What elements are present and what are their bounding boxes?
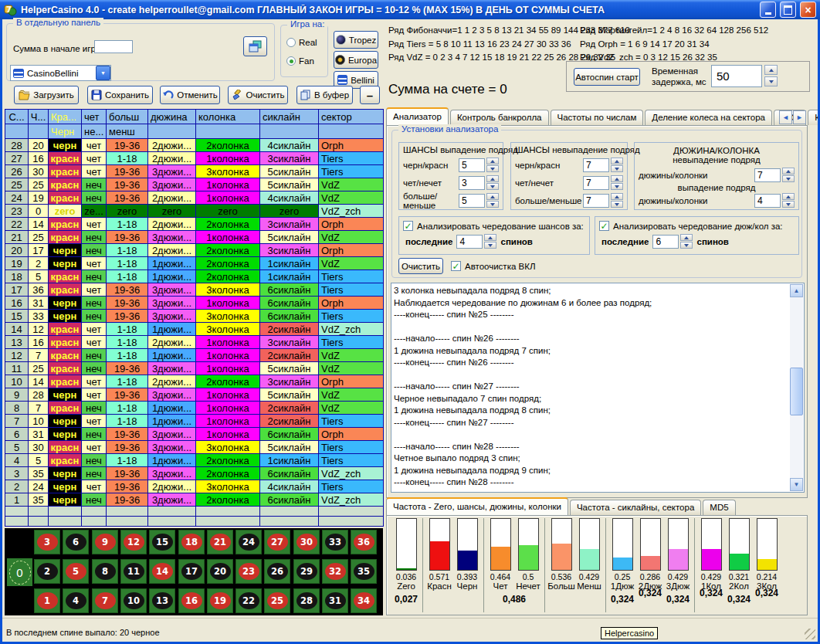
board-number-33[interactable]: 33	[322, 530, 348, 554]
start-sum-input[interactable]	[94, 40, 133, 53]
tab-analyzer-1[interactable]: Контроль банкролла	[450, 110, 549, 125]
board-number-16[interactable]: 16	[178, 588, 205, 613]
board-number-31[interactable]: 31	[322, 588, 348, 613]
board-number-13[interactable]: 13	[149, 588, 175, 613]
dozen-hit-value[interactable]: 4	[754, 194, 781, 208]
spin-up-button[interactable]	[611, 175, 623, 182]
board-number-3[interactable]: 3	[34, 530, 60, 554]
alternate-dozens-checkbox[interactable]: ✓	[599, 221, 609, 231]
tab-frequency-2[interactable]: MD5	[703, 500, 735, 515]
toolbar-button-2[interactable]: Отменить	[160, 86, 220, 104]
spin-down-button[interactable]	[611, 165, 623, 172]
board-number-0[interactable]: 0	[7, 558, 32, 586]
board-number-21[interactable]: 21	[207, 530, 233, 554]
board-number-9[interactable]: 9	[92, 530, 118, 554]
board-number-26[interactable]: 26	[264, 559, 290, 584]
spin-down-button[interactable]	[486, 165, 499, 172]
board-number-27[interactable]: 27	[264, 530, 290, 554]
log-scrollbar[interactable]: ▲ ▼	[790, 284, 803, 491]
spin-up-button[interactable]	[782, 193, 795, 200]
radio-fan[interactable]: Fan	[286, 56, 314, 66]
dozen-miss-value[interactable]: 7	[754, 168, 781, 182]
board-number-5[interactable]: 5	[63, 559, 89, 584]
spin-up-button[interactable]	[782, 168, 795, 175]
spin-up-button[interactable]	[486, 175, 499, 182]
scroll-down-button[interactable]: ▼	[790, 478, 803, 491]
chances-spins-value[interactable]: 4	[456, 235, 483, 249]
board-number-7[interactable]: 7	[92, 588, 118, 613]
board-number-2[interactable]: 2	[34, 559, 60, 584]
board-number-17[interactable]: 17	[178, 559, 205, 584]
board-number-25[interactable]: 25	[264, 588, 290, 613]
analysis-log[interactable]: 3 колонка невыпадала подряд 8 спин; Набл…	[391, 283, 805, 493]
board-number-36[interactable]: 36	[351, 530, 377, 554]
tab-frequency-1[interactable]: Частота - сиклайны, сектора	[570, 500, 701, 515]
toolbar-button-4[interactable]: В буфер	[296, 86, 353, 104]
spin-down-button[interactable]	[611, 201, 623, 208]
board-number-10[interactable]: 10	[120, 588, 147, 613]
board-number-12[interactable]: 12	[120, 530, 147, 554]
board-number-30[interactable]: 30	[293, 530, 320, 554]
toolbar-button-0[interactable]: Загрузить	[14, 86, 79, 104]
board-number-22[interactable]: 22	[235, 588, 262, 613]
board-number-20[interactable]: 20	[207, 559, 233, 584]
board-number-8[interactable]: 8	[92, 559, 118, 584]
spin-up-button[interactable]	[484, 234, 496, 241]
casino-button-tropez[interactable]: Tropez	[334, 31, 378, 49]
setting-spinner-1-value[interactable]: 3	[459, 176, 485, 190]
scroll-up-button[interactable]: ▲	[790, 284, 803, 297]
tab-frequency-0[interactable]: Частота - Zero, шансы, дюжины, колонки	[386, 497, 568, 515]
board-number-35[interactable]: 35	[351, 559, 377, 584]
spin-up-button[interactable]	[680, 234, 693, 241]
delay-spin-down-button[interactable]	[764, 76, 778, 86]
combobox-dropdown-icon[interactable]: ▼	[96, 66, 110, 80]
board-number-29[interactable]: 29	[293, 559, 320, 584]
board-number-4[interactable]: 4	[63, 588, 89, 613]
board-number-23[interactable]: 23	[235, 559, 262, 584]
tab-analyzer-3[interactable]: Деление колеса на сектора	[645, 110, 772, 125]
board-number-6[interactable]: 6	[63, 530, 89, 554]
resize-grip[interactable]	[805, 629, 815, 639]
delay-input[interactable]: 50	[711, 65, 762, 87]
tab-scroll-right-button[interactable]: ►	[793, 110, 806, 124]
spin-down-button[interactable]	[611, 183, 623, 190]
autospin-start-button[interactable]: Автоспин старт	[574, 68, 640, 86]
board-number-24[interactable]: 24	[235, 530, 262, 554]
close-button[interactable]: ×	[800, 2, 816, 18]
tab-scroll-left-button[interactable]: ◄	[779, 110, 792, 124]
spin-up-button[interactable]	[486, 193, 499, 200]
toolbar-button-1[interactable]: Сохранить	[87, 86, 153, 104]
casino-button-europa[interactable]: Europa	[334, 51, 378, 69]
setting-spinner-0-value[interactable]: 5	[459, 158, 485, 172]
toolbar-button-3[interactable]: Очистить	[228, 86, 288, 104]
board-number-11[interactable]: 11	[120, 559, 147, 584]
casino-combobox[interactable]: CasinoBellini ▼	[10, 65, 111, 81]
dozens-spins-value[interactable]: 6	[652, 235, 679, 249]
board-number-19[interactable]: 19	[207, 588, 233, 613]
tab-analyzer-0[interactable]: Анализатор	[386, 107, 449, 125]
minimize-button[interactable]	[760, 2, 776, 18]
spin-down-button[interactable]	[782, 175, 795, 182]
spin-down-button[interactable]	[782, 201, 795, 208]
spin-up-button[interactable]	[486, 158, 499, 164]
setting-spinner-2-value[interactable]: 7	[583, 194, 609, 208]
collapse-button[interactable]: –	[360, 86, 380, 104]
spin-down-button[interactable]	[680, 242, 693, 249]
radio-real[interactable]: Real	[286, 38, 317, 47]
autoclear-checkbox[interactable]: ✓	[451, 261, 461, 271]
spin-down-button[interactable]	[486, 201, 499, 208]
spin-up-button[interactable]	[611, 193, 623, 200]
setting-spinner-1-value[interactable]: 7	[583, 176, 609, 190]
setting-spinner-0-value[interactable]: 7	[583, 158, 609, 172]
scrollbar-thumb[interactable]	[790, 368, 803, 415]
spin-up-button[interactable]	[611, 158, 623, 164]
spin-down-button[interactable]	[484, 242, 496, 249]
board-number-15[interactable]: 15	[149, 530, 175, 554]
board-number-18[interactable]: 18	[178, 530, 205, 554]
board-number-28[interactable]: 28	[293, 588, 320, 613]
delay-spin-up-button[interactable]	[764, 65, 778, 75]
spin-down-button[interactable]	[486, 183, 499, 190]
board-number-32[interactable]: 32	[322, 559, 348, 584]
detach-panel-button[interactable]	[243, 36, 267, 56]
alternate-chances-checkbox[interactable]: ✓	[403, 221, 413, 231]
